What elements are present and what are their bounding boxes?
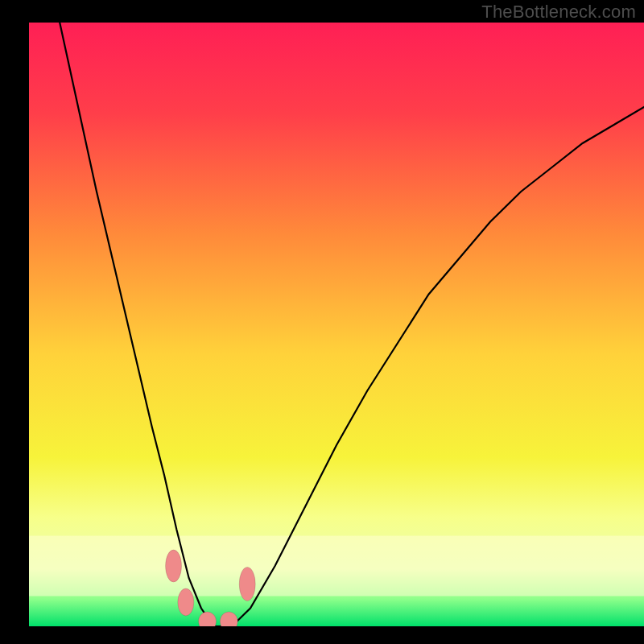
watermark-text: TheBottleneck.com [481, 2, 636, 23]
bottleneck-chart [0, 0, 644, 644]
optimal-marker [166, 550, 182, 582]
highlight-band [29, 536, 644, 597]
chart-frame: TheBottleneck.com [0, 0, 644, 644]
optimal-marker [239, 568, 255, 601]
optimal-marker [178, 588, 194, 616]
frame-left [0, 0, 29, 644]
frame-bottom [0, 626, 644, 644]
